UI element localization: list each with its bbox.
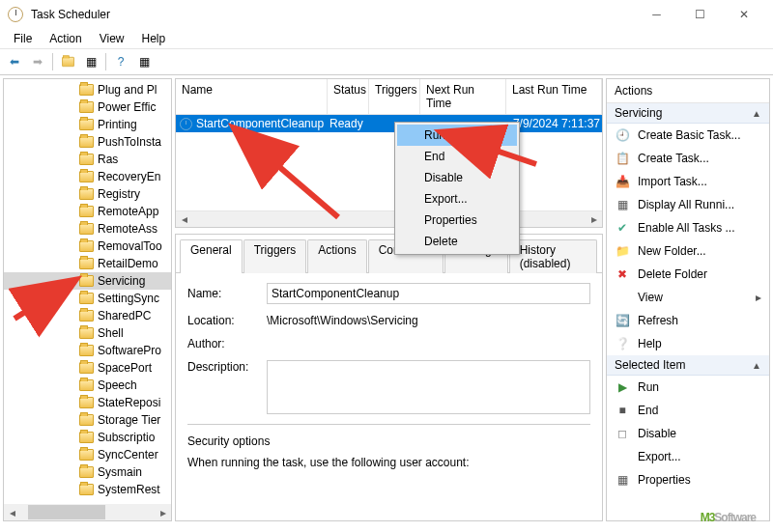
action-icon: ▦ <box>615 472 630 488</box>
action-label: View <box>638 291 663 304</box>
action-label: Enable All Tasks ... <box>638 221 735 235</box>
scroll-left-icon[interactable]: ◂ <box>176 211 192 228</box>
action-create-basic-task[interactable]: 🕘Create Basic Task... <box>607 124 769 147</box>
action-icon: 🕘 <box>615 127 630 143</box>
tree-item-label: Registry <box>98 187 140 201</box>
ctx-properties[interactable]: Properties <box>397 210 517 231</box>
action-refresh[interactable]: 🔄Refresh <box>607 309 769 332</box>
tree-item-subscriptio[interactable]: Subscriptio <box>4 429 171 446</box>
col-status[interactable]: Status <box>328 79 369 114</box>
tree-panel[interactable]: Plug and PlPower EfficPrintingPushToInst… <box>3 78 172 521</box>
action-import-task[interactable]: 📥Import Task... <box>607 170 769 193</box>
scroll-thumb[interactable] <box>28 505 105 519</box>
action-display-all-runni[interactable]: ▦Display All Runni... <box>607 193 769 216</box>
tree-item-remoteapp[interactable]: RemoteApp <box>4 203 171 220</box>
action-export[interactable]: Export... <box>607 445 769 468</box>
collapse-icon[interactable]: ▲ <box>752 108 761 119</box>
action-create-task[interactable]: 📋Create Task... <box>607 147 769 170</box>
minimize-button[interactable]: ─ <box>635 1 678 28</box>
author-label: Author: <box>187 337 267 350</box>
action-enable-all-tasks[interactable]: ✔Enable All Tasks ... <box>607 216 769 239</box>
col-name[interactable]: Name <box>176 79 328 114</box>
action-help[interactable]: ❔Help <box>607 332 769 355</box>
folder-icon <box>79 293 94 304</box>
action-end[interactable]: ■End <box>607 399 769 422</box>
action-label: Import Task... <box>638 175 707 188</box>
col-next[interactable]: Next Run Time <box>420 79 506 114</box>
name-field[interactable]: StartComponentCleanup <box>267 283 590 304</box>
action-icon: 📋 <box>615 151 630 166</box>
action-view[interactable]: View▸ <box>607 286 769 309</box>
folder-up-button[interactable] <box>57 51 78 72</box>
actions-group-servicing[interactable]: Servicing ▲ <box>607 103 769 124</box>
scroll-right-icon[interactable]: ▸ <box>155 504 171 520</box>
collapse-icon[interactable]: ▲ <box>752 360 761 371</box>
clock-icon <box>8 7 23 22</box>
tree-item-registry[interactable]: Registry <box>4 185 171 203</box>
tree-scrollbar[interactable]: ◂ ▸ <box>4 504 171 520</box>
view-button[interactable]: ▦ <box>133 51 155 72</box>
menu-action[interactable]: Action <box>42 30 89 47</box>
tree-item-softwarepro[interactable]: SoftwarePro <box>4 342 171 359</box>
ctx-delete[interactable]: Delete <box>397 231 517 252</box>
tree-item-plug-and-pl[interactable]: Plug and Pl <box>4 81 171 98</box>
forward-button[interactable]: ➡ <box>27 51 48 72</box>
tree-item-speech[interactable]: Speech <box>4 377 171 394</box>
action-delete-folder[interactable]: ✖Delete Folder <box>607 263 769 286</box>
location-value: \Microsoft\Windows\Servicing <box>267 314 418 327</box>
task-row[interactable]: StartComponentCleanup Ready 7/9/2024 7:1… <box>176 115 602 132</box>
col-last[interactable]: Last Run Time <box>506 79 602 114</box>
tree-item-label: Sysmain <box>98 465 142 479</box>
tree-item-label: StateReposi <box>98 396 160 409</box>
actions-group-selected[interactable]: Selected Item ▲ <box>607 355 769 376</box>
tab-actions[interactable]: Actions <box>307 239 366 273</box>
menu-file[interactable]: File <box>6 30 40 47</box>
back-button[interactable]: ⬅ <box>4 51 25 72</box>
ctx-export[interactable]: Export... <box>397 188 517 210</box>
action-icon: 🔄 <box>615 313 630 328</box>
scroll-left-icon[interactable]: ◂ <box>4 504 20 520</box>
tree-item-remoteass[interactable]: RemoteAss <box>4 220 171 238</box>
tree-item-synccenter[interactable]: SyncCenter <box>4 446 171 463</box>
action-new-folder[interactable]: 📁New Folder... <box>607 239 769 263</box>
tree-item-recoveryen[interactable]: RecoveryEn <box>4 168 171 185</box>
close-button[interactable]: ✕ <box>722 1 765 28</box>
action-disable[interactable]: ◻Disable <box>607 422 769 445</box>
properties-button[interactable]: ▦ <box>80 51 101 72</box>
ctx-run[interactable]: Run <box>397 125 517 146</box>
tree-item-removaltoo[interactable]: RemovalToo <box>4 238 171 255</box>
name-label: Name: <box>187 287 267 300</box>
scroll-right-icon[interactable]: ▸ <box>586 211 602 228</box>
tree-item-ras[interactable]: Ras <box>4 151 171 168</box>
tree-item-power-effic[interactable]: Power Effic <box>4 98 171 116</box>
menu-help[interactable]: Help <box>134 30 174 47</box>
folder-icon <box>79 345 94 356</box>
tree-item-spaceport[interactable]: SpacePort <box>4 359 171 377</box>
tree-item-sharedpc[interactable]: SharedPC <box>4 307 171 324</box>
tree-item-retaildemo[interactable]: RetailDemo <box>4 255 171 272</box>
tree-item-settingsync[interactable]: SettingSync <box>4 290 171 307</box>
tree-item-shell[interactable]: Shell <box>4 324 171 342</box>
tree-item-storage-tier[interactable]: Storage Tier <box>4 411 171 429</box>
help-button[interactable]: ? <box>110 51 131 72</box>
tree-item-systemrest[interactable]: SystemRest <box>4 481 171 498</box>
tree-item-servicing[interactable]: Servicing <box>4 272 171 290</box>
description-field[interactable] <box>267 360 590 414</box>
folder-icon <box>79 258 94 269</box>
tab-triggers[interactable]: Triggers <box>243 239 307 273</box>
tree-item-sysmain[interactable]: Sysmain <box>4 463 171 481</box>
ctx-disable[interactable]: Disable <box>397 167 517 188</box>
action-run[interactable]: ▶Run <box>607 376 769 399</box>
tree-item-pushtoinsta[interactable]: PushToInsta <box>4 133 171 151</box>
action-properties[interactable]: ▦Properties <box>607 468 769 491</box>
tree-item-statereposi[interactable]: StateReposi <box>4 394 171 411</box>
tree-item-label: RemoteAss <box>98 222 157 236</box>
tab-history[interactable]: History (disabled) <box>509 239 597 273</box>
tab-general[interactable]: General <box>180 239 243 273</box>
col-triggers[interactable]: Triggers <box>369 79 420 114</box>
menu-view[interactable]: View <box>92 30 132 47</box>
list-scrollbar[interactable]: ◂ ▸ <box>176 210 602 227</box>
ctx-end[interactable]: End <box>397 146 517 167</box>
tree-item-printing[interactable]: Printing <box>4 116 171 133</box>
maximize-button[interactable]: ☐ <box>678 1 722 28</box>
